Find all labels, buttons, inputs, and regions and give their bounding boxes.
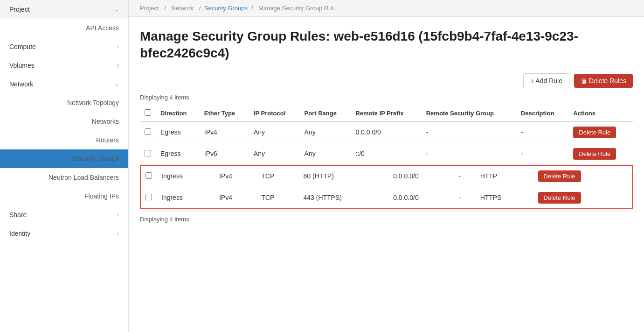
sidebar-item-label: Floating IPs: [84, 192, 119, 200]
breadcrumb-sep: /: [199, 5, 202, 12]
delete-rule-button[interactable]: Delete Rule: [573, 127, 616, 138]
chevron-right-icon: ›: [117, 212, 119, 218]
table-row: Egress IPv6 Any Any ::/0 - - Delete Rule: [140, 143, 633, 164]
table-area: Displaying 4 items Direction Ether Type …: [129, 94, 644, 223]
delete-rule-button[interactable]: Delete Rule: [573, 148, 616, 160]
chevron-down-icon: ⌄: [114, 81, 119, 87]
cell-ip-protocol: TCP: [256, 187, 298, 209]
cell-ip-protocol: Any: [249, 121, 300, 143]
cell-port-range: 443 (HTTPS): [298, 187, 388, 209]
cell-remote-ip: ::/0: [351, 143, 421, 164]
cell-direction: Egress: [156, 143, 200, 164]
sidebar-item-neutron-lb[interactable]: Neutron Load Balancers: [0, 168, 128, 187]
sidebar-item-label: Networks: [92, 118, 119, 125]
sidebar-item-project[interactable]: Project ⌄: [0, 0, 128, 19]
sidebar-item-networks[interactable]: Networks: [0, 112, 128, 131]
displaying-count-top: Displaying 4 items: [140, 94, 633, 101]
sidebar-item-network-topology[interactable]: Network Topology: [0, 93, 128, 112]
cell-remote-sg: -: [454, 165, 475, 187]
col-port-range: Port Range: [300, 106, 351, 121]
col-description: Description: [516, 106, 569, 121]
rules-table: Direction Ether Type IP Protocol Port Ra…: [140, 106, 633, 165]
cell-ether-type: IPv4: [215, 165, 256, 187]
table-row: Ingress IPv4 TCP 80 (HTTP) 0.0.0.0/0 - H…: [140, 165, 632, 187]
breadcrumb: Project / Network / Security Groups / Ma…: [129, 0, 644, 17]
sidebar-item-security-groups[interactable]: Security Groups: [0, 149, 128, 168]
delete-rule-button[interactable]: Delete Rule: [538, 192, 581, 204]
add-rule-button[interactable]: + Add Rule: [523, 73, 569, 88]
col-ether-type: Ether Type: [200, 106, 249, 121]
col-actions: Actions: [568, 106, 633, 121]
page-header: Manage Security Group Rules: web-e516d16…: [129, 17, 644, 70]
cell-ether-type: IPv6: [200, 143, 249, 164]
select-all-checkbox[interactable]: [145, 109, 151, 116]
page-title: Manage Security Group Rules: web-e516d16…: [140, 28, 633, 62]
cell-port-range: Any: [300, 143, 351, 164]
sidebar: Project ⌄ API Access Compute › Volumes ›…: [0, 0, 129, 332]
cell-remote-ip: 0.0.0.0/0: [351, 121, 421, 143]
row-checkbox[interactable]: [145, 172, 152, 179]
chevron-down-icon: ⌄: [114, 6, 119, 13]
chevron-right-icon: ›: [117, 230, 119, 237]
sidebar-item-label: Identity: [9, 230, 30, 237]
cell-remote-ip: 0.0.0.0/0: [388, 187, 454, 209]
cell-ether-type: IPv4: [200, 121, 249, 143]
col-ip-protocol: IP Protocol: [249, 106, 300, 121]
chevron-right-icon: ›: [117, 62, 119, 69]
cell-remote-sg: -: [454, 187, 475, 209]
col-direction: Direction: [156, 106, 200, 121]
table-row: Egress IPv4 Any Any 0.0.0.0/0 - - Delete…: [140, 121, 633, 143]
sidebar-item-label: Routers: [96, 136, 119, 144]
sidebar-item-volumes[interactable]: Volumes ›: [0, 56, 128, 75]
cell-port-range: 80 (HTTP): [298, 165, 388, 187]
sidebar-item-network[interactable]: Network ⌄: [0, 75, 128, 93]
col-remote-sg: Remote Security Group: [422, 106, 516, 121]
cell-ether-type: IPv4: [215, 187, 256, 209]
sidebar-item-api-access[interactable]: API Access: [0, 19, 128, 37]
cell-remote-sg: -: [422, 143, 516, 164]
sidebar-item-label: API Access: [86, 24, 119, 32]
sidebar-item-routers[interactable]: Routers: [0, 131, 128, 149]
delete-rules-label: Delete Rules: [589, 77, 626, 85]
cell-description: HTTP: [476, 165, 533, 187]
trash-icon: 🗑: [581, 77, 587, 85]
row-checkbox[interactable]: [145, 150, 151, 156]
delete-rule-button[interactable]: Delete Rule: [538, 170, 581, 182]
cell-ip-protocol: Any: [249, 143, 300, 164]
breadcrumb-security-groups-link[interactable]: Security Groups: [204, 5, 248, 12]
cell-direction: Ingress: [157, 165, 215, 187]
sidebar-item-floating-ips[interactable]: Floating IPs: [0, 187, 128, 205]
cell-ip-protocol: TCP: [256, 165, 298, 187]
row-checkbox[interactable]: [145, 194, 152, 200]
cell-description: -: [516, 143, 569, 164]
sidebar-item-label: Share: [9, 211, 27, 219]
delete-rules-button[interactable]: 🗑 Delete Rules: [574, 74, 633, 88]
cell-description: HTTPS: [476, 187, 533, 209]
col-remote-ip-prefix: Remote IP Prefix: [351, 106, 421, 121]
displaying-count-bottom: Displaying 4 items: [140, 216, 633, 223]
sidebar-item-label: Volumes: [9, 62, 35, 69]
breadcrumb-network: Network: [171, 5, 194, 12]
sidebar-item-label: Neutron Load Balancers: [48, 174, 119, 181]
sidebar-item-label: Compute: [9, 43, 36, 50]
sidebar-item-label: Network Topology: [67, 99, 119, 106]
main-content: Project / Network / Security Groups / Ma…: [129, 0, 644, 332]
sidebar-item-compute[interactable]: Compute ›: [0, 37, 128, 56]
toolbar: + Add Rule 🗑 Delete Rules: [129, 70, 644, 94]
cell-direction: Ingress: [157, 187, 215, 209]
row-checkbox[interactable]: [145, 128, 151, 135]
breadcrumb-sep: /: [251, 5, 255, 12]
chevron-right-icon: ›: [117, 43, 119, 50]
cell-port-range: Any: [300, 121, 351, 143]
cell-remote-sg: -: [422, 121, 516, 143]
project-label: Project: [9, 6, 30, 13]
sidebar-item-label: Security Groups: [72, 155, 119, 162]
breadcrumb-project: Project: [140, 5, 159, 12]
cell-direction: Egress: [156, 121, 200, 143]
sidebar-item-share[interactable]: Share ›: [0, 205, 128, 224]
sidebar-item-identity[interactable]: Identity ›: [0, 224, 128, 243]
breadcrumb-current: Manage Security Group Rul...: [258, 5, 338, 12]
sidebar-item-label: Network: [9, 80, 33, 88]
breadcrumb-sep: /: [164, 5, 167, 12]
table-row: Ingress IPv4 TCP 443 (HTTPS) 0.0.0.0/0 -…: [140, 187, 632, 209]
